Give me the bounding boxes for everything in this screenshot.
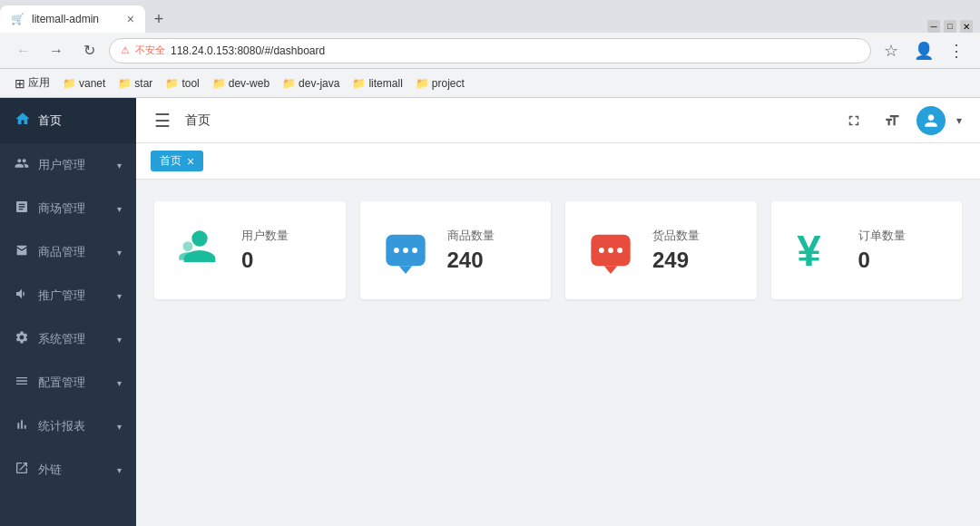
sidebar-item-system[interactable]: 系统管理 ▾ bbox=[0, 317, 136, 361]
bookmark-label: star bbox=[134, 77, 152, 90]
svg-point-8 bbox=[608, 248, 613, 253]
folder-icon: 📁 bbox=[165, 77, 179, 90]
users-stat-label: 用户数量 bbox=[241, 228, 289, 244]
sidebar-users-label: 用户管理 bbox=[38, 157, 110, 173]
bookmark-label: dev-java bbox=[299, 77, 339, 90]
sidebar-item-mall[interactable]: 商场管理 ▾ bbox=[0, 187, 136, 230]
reload-btn[interactable]: ↻ bbox=[76, 38, 102, 63]
bookmark-label: vanet bbox=[79, 77, 105, 90]
sidebar-item-config[interactable]: 配置管理 ▾ bbox=[0, 361, 136, 404]
folder-icon: 📁 bbox=[212, 77, 226, 90]
stat-card-orders: ¥ 订单数量 0 bbox=[771, 201, 963, 299]
sidebar-config-label: 配置管理 bbox=[38, 375, 110, 391]
sidebar-goods-label: 商品管理 bbox=[38, 244, 110, 260]
svg-point-0 bbox=[183, 241, 193, 251]
goods-icon bbox=[15, 243, 31, 261]
new-tab-btn[interactable]: + bbox=[145, 5, 172, 33]
bookmark-dev-java[interactable]: 📁 dev-java bbox=[279, 75, 343, 92]
hamburger-btn[interactable]: ☰ bbox=[154, 110, 171, 132]
stat-card-products: 货品数量 249 bbox=[565, 201, 757, 299]
svg-point-3 bbox=[403, 248, 408, 253]
tab-title: litemall-admin bbox=[32, 13, 120, 25]
breadcrumb: 首页 bbox=[185, 112, 211, 129]
folder-icon: 📁 bbox=[352, 77, 366, 90]
bookmark-litemall[interactable]: 📁 litemall bbox=[348, 75, 406, 92]
bookmark-star[interactable]: 📁 star bbox=[114, 75, 156, 92]
sidebar-item-home[interactable]: 首页 bbox=[0, 98, 136, 143]
bookmark-dev-web[interactable]: 📁 dev-web bbox=[209, 75, 273, 92]
minimize-btn[interactable]: ─ bbox=[927, 20, 940, 33]
products-stat-label: 货品数量 bbox=[652, 228, 700, 244]
tab-close-btn[interactable]: × bbox=[127, 12, 134, 26]
sidebar-item-goods[interactable]: 商品管理 ▾ bbox=[0, 230, 136, 274]
users-arrow-icon: ▾ bbox=[117, 161, 122, 170]
bookmark-project[interactable]: 📁 project bbox=[412, 75, 468, 92]
bookmark-label: tool bbox=[181, 77, 199, 90]
config-icon bbox=[15, 374, 31, 392]
browser-chrome: 🛒 litemall-admin × + ─ □ ✕ ← → ↻ ⚠ 不安全 1… bbox=[0, 0, 980, 98]
external-arrow-icon: ▾ bbox=[117, 465, 122, 475]
font-size-btn[interactable] bbox=[878, 107, 906, 134]
promo-arrow-icon: ▾ bbox=[117, 291, 122, 301]
sidebar-item-stats[interactable]: 统计报表 ▾ bbox=[0, 404, 136, 448]
orders-stat-value: 0 bbox=[858, 248, 906, 273]
mall-arrow-icon: ▾ bbox=[117, 204, 122, 214]
sidebar: 首页 用户管理 ▾ 商场管理 ▾ 商品管理 ▾ bbox=[0, 98, 136, 526]
app-container: 首页 用户管理 ▾ 商场管理 ▾ 商品管理 ▾ bbox=[0, 98, 980, 526]
goods-stat-info: 商品数量 240 bbox=[447, 228, 495, 273]
fullscreen-btn[interactable] bbox=[840, 107, 867, 134]
tag-close-btn[interactable]: × bbox=[187, 154, 194, 169]
users-stat-info: 用户数量 0 bbox=[241, 228, 289, 273]
profile-btn[interactable]: 👤 bbox=[911, 38, 936, 63]
products-count-icon bbox=[583, 223, 638, 278]
products-stat-value: 249 bbox=[652, 248, 700, 273]
content-area: 用户数量 0 bbox=[136, 180, 980, 526]
bookmark-label: litemall bbox=[368, 77, 402, 90]
bookmark-apps[interactable]: ⊞ 应用 bbox=[11, 73, 54, 93]
header-left: ☰ 首页 bbox=[154, 110, 211, 132]
home-icon bbox=[15, 111, 31, 131]
user-avatar[interactable] bbox=[916, 106, 946, 135]
forward-btn[interactable]: → bbox=[44, 38, 69, 63]
orders-stat-label: 订单数量 bbox=[858, 228, 906, 244]
sidebar-system-label: 系统管理 bbox=[38, 331, 110, 347]
back-btn[interactable]: ← bbox=[11, 38, 36, 63]
stats-arrow-icon: ▾ bbox=[117, 422, 122, 432]
bookmark-tool[interactable]: 📁 tool bbox=[162, 75, 202, 92]
sidebar-stats-label: 统计报表 bbox=[38, 418, 110, 434]
svg-marker-10 bbox=[604, 266, 617, 274]
folder-icon: 📁 bbox=[63, 77, 76, 90]
folder-icon: 📁 bbox=[282, 77, 296, 90]
orders-stat-info: 订单数量 0 bbox=[858, 228, 906, 273]
stats-grid: 用户数量 0 bbox=[154, 201, 962, 299]
goods-stat-label: 商品数量 bbox=[447, 228, 495, 244]
goods-count-icon bbox=[378, 223, 433, 278]
sidebar-item-promo[interactable]: 推广管理 ▾ bbox=[0, 274, 136, 317]
sidebar-mall-label: 商场管理 bbox=[38, 200, 110, 217]
stat-card-goods: 商品数量 240 bbox=[360, 201, 552, 299]
url-text: 118.24.0.153:8080/#/dashboard bbox=[171, 44, 325, 57]
sidebar-item-users[interactable]: 用户管理 ▾ bbox=[0, 143, 136, 187]
sidebar-external-label: 外链 bbox=[38, 462, 110, 478]
sidebar-promo-label: 推广管理 bbox=[38, 287, 110, 304]
apps-label: 应用 bbox=[28, 75, 50, 91]
bookmark-label: project bbox=[432, 77, 465, 90]
bookmark-star-btn[interactable]: ☆ bbox=[878, 38, 904, 63]
sidebar-item-external[interactable]: 外链 ▾ bbox=[0, 448, 136, 492]
folder-icon: 📁 bbox=[118, 77, 132, 90]
users-icon bbox=[15, 156, 31, 174]
home-tag[interactable]: 首页 × bbox=[151, 151, 203, 171]
bookmark-vanet[interactable]: 📁 vanet bbox=[59, 75, 109, 92]
goods-stat-value: 240 bbox=[447, 248, 495, 273]
close-btn[interactable]: ✕ bbox=[960, 20, 973, 33]
products-stat-info: 货品数量 249 bbox=[652, 228, 700, 273]
main-header: ☰ 首页 ▾ bbox=[136, 98, 980, 143]
svg-marker-5 bbox=[398, 266, 411, 274]
maximize-btn[interactable]: □ bbox=[944, 20, 956, 33]
address-bar[interactable]: ⚠ 不安全 118.24.0.153:8080/#/dashboard bbox=[109, 38, 871, 63]
menu-btn[interactable]: ⋮ bbox=[944, 38, 969, 63]
active-tab[interactable]: 🛒 litemall-admin × bbox=[0, 5, 145, 33]
nav-bar: ← → ↻ ⚠ 不安全 118.24.0.153:8080/#/dashboar… bbox=[0, 33, 980, 69]
goods-arrow-icon: ▾ bbox=[117, 248, 122, 258]
svg-point-9 bbox=[617, 248, 622, 253]
